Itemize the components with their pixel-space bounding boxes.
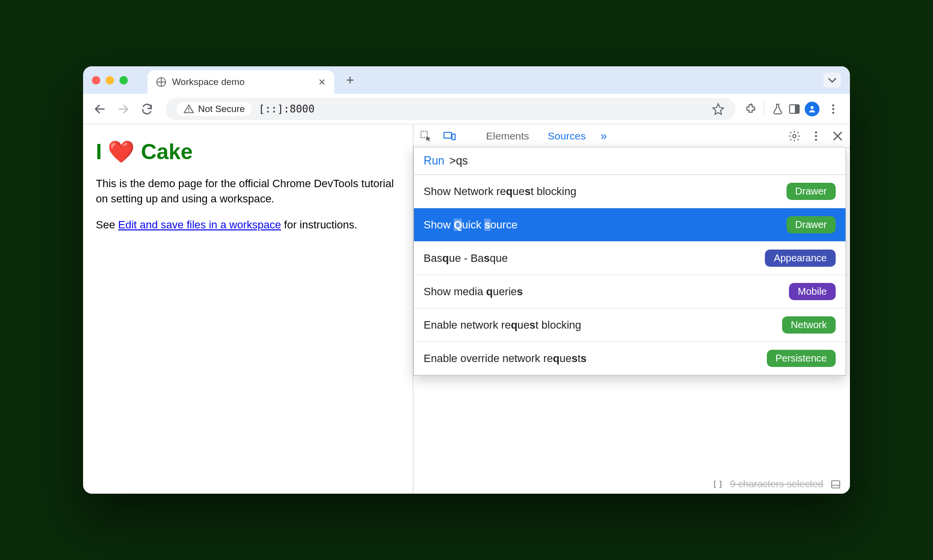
labs-icon[interactable] <box>771 103 784 115</box>
close-window-button[interactable] <box>92 76 100 84</box>
content-area: I ❤️ Cake This is the demo page for the … <box>83 124 850 494</box>
svg-point-13 <box>815 135 817 137</box>
close-icon[interactable] <box>831 130 844 142</box>
svg-rect-10 <box>452 134 455 140</box>
svg-point-14 <box>815 139 817 140</box>
dots-vertical-icon <box>827 103 840 115</box>
star-icon[interactable] <box>712 103 725 115</box>
panel-icon[interactable] <box>830 479 841 490</box>
maximize-window-button[interactable] <box>119 76 128 84</box>
svg-point-4 <box>811 106 814 109</box>
menu-button[interactable] <box>823 99 843 119</box>
gear-icon[interactable] <box>788 130 801 142</box>
command-query: >qs <box>449 154 468 168</box>
brackets-icon <box>712 479 723 490</box>
toolbar: Not Secure [::]:8000 <box>83 94 850 124</box>
warning-icon <box>183 104 194 114</box>
tab-title: Workspace demo <box>172 77 245 87</box>
command-menu: Run >qs Show Network request blockingDra… <box>413 147 846 376</box>
svg-point-7 <box>832 112 834 113</box>
command-label: Show Network request blocking <box>424 185 577 198</box>
command-badge: Persistence <box>767 350 836 367</box>
see-suffix: for instructions. <box>281 219 357 231</box>
person-icon <box>808 105 816 113</box>
command-label: Enable override network requests <box>424 352 586 365</box>
security-label: Not Secure <box>198 104 245 114</box>
svg-point-1 <box>188 111 189 112</box>
svg-rect-3 <box>795 105 799 113</box>
device-icon[interactable] <box>443 130 456 142</box>
command-badge: Mobile <box>789 283 836 300</box>
back-button[interactable] <box>90 99 110 119</box>
devtools-panel: Elements Sources » Run >qs Show Network … <box>413 124 850 494</box>
command-label: Show media queries <box>424 285 523 298</box>
extensions-icon[interactable] <box>744 103 757 115</box>
side-panel-icon[interactable] <box>788 103 801 115</box>
command-item[interactable]: Enable override network requestsPersiste… <box>414 342 846 375</box>
svg-point-11 <box>793 134 796 138</box>
minimize-window-button[interactable] <box>106 76 114 84</box>
reload-icon <box>141 103 153 115</box>
globe-icon <box>156 77 166 87</box>
close-tab-button[interactable]: × <box>319 75 325 89</box>
inspect-icon[interactable] <box>419 130 432 142</box>
tab-menu-button[interactable] <box>823 73 841 87</box>
page-heading: I ❤️ Cake <box>96 139 400 165</box>
svg-point-6 <box>832 108 834 110</box>
command-input-row[interactable]: Run >qs <box>414 147 846 175</box>
browser-window: Workspace demo × + Not Secure [::]:8000 <box>83 66 850 494</box>
svg-point-12 <box>815 131 817 133</box>
page-paragraph: This is the demo page for the official C… <box>96 176 400 207</box>
dots-vertical-icon[interactable] <box>810 130 822 142</box>
page-content: I ❤️ Cake This is the demo page for the … <box>83 124 413 494</box>
security-chip[interactable]: Not Secure <box>176 102 252 116</box>
command-item[interactable]: Enable network request blockingNetwork <box>414 308 846 342</box>
command-item[interactable]: Show Network request blockingDrawer <box>414 175 846 208</box>
command-badge: Appearance <box>765 250 836 267</box>
devtools-tabs: Elements Sources » <box>413 124 850 148</box>
command-label: Show Quick source <box>424 219 518 231</box>
command-badge: Drawer <box>787 216 836 233</box>
browser-tab[interactable]: Workspace demo × <box>147 70 334 94</box>
command-label: Basque - Basque <box>424 252 508 265</box>
command-label: Enable network request blocking <box>424 319 581 332</box>
url-text: [::]:8000 <box>259 103 315 115</box>
address-bar[interactable]: Not Secure [::]:8000 <box>166 98 735 120</box>
more-tabs-button[interactable]: » <box>600 129 607 143</box>
tab-elements[interactable]: Elements <box>482 130 533 142</box>
command-list: Show Network request blockingDrawerShow … <box>414 175 846 375</box>
page-instructions: See Edit and save files in a workspace f… <box>96 218 400 233</box>
workspace-link[interactable]: Edit and save files in a workspace <box>118 219 281 231</box>
arrow-left-icon <box>93 103 106 115</box>
command-item[interactable]: Basque - BasqueAppearance <box>414 242 846 275</box>
command-badge: Drawer <box>787 183 836 200</box>
traffic-lights <box>92 76 128 84</box>
titlebar: Workspace demo × + <box>83 66 850 94</box>
svg-rect-9 <box>444 132 451 138</box>
arrow-right-icon <box>117 103 130 115</box>
chevron-down-icon <box>828 77 837 83</box>
status-bar: 9 characters selected <box>712 478 841 490</box>
svg-rect-15 <box>832 480 840 488</box>
svg-point-5 <box>832 104 834 106</box>
tab-sources[interactable]: Sources <box>544 130 589 142</box>
reload-button[interactable] <box>137 99 157 119</box>
command-item[interactable]: Show media queriesMobile <box>414 275 846 308</box>
command-prefix: Run <box>424 154 444 168</box>
command-badge: Network <box>782 316 836 334</box>
forward-button[interactable] <box>114 99 133 119</box>
divider <box>764 102 764 116</box>
profile-button[interactable] <box>805 102 819 116</box>
see-prefix: See <box>96 219 118 231</box>
command-item[interactable]: Show Quick sourceDrawer <box>414 208 846 242</box>
status-text: 9 characters selected <box>730 478 823 490</box>
new-tab-button[interactable]: + <box>346 72 354 88</box>
